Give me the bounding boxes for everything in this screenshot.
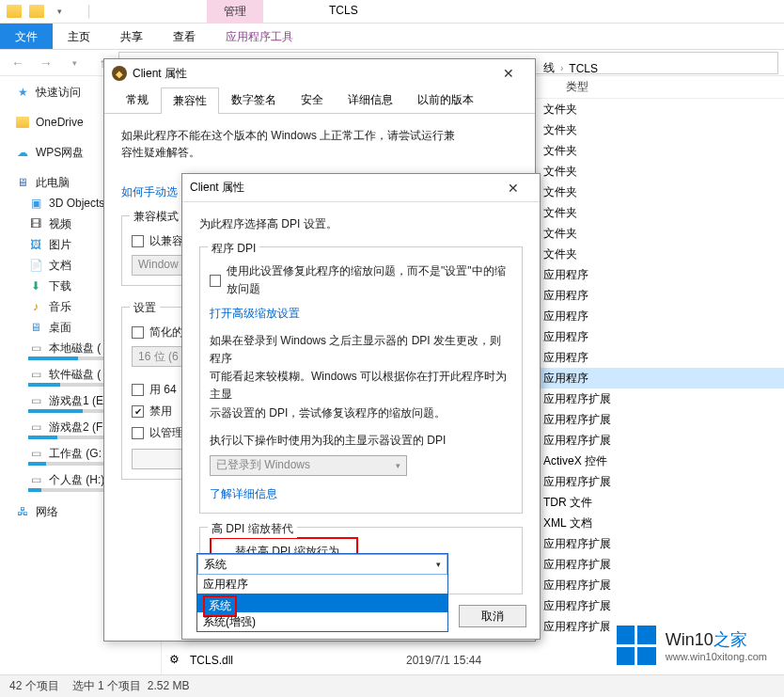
file-size: 236 KB [763, 351, 784, 364]
file-type: 应用程序扩展 [543, 391, 611, 407]
tab-compat[interactable]: 兼容性 [161, 87, 219, 114]
watermark: Win10之家 www.win10xitong.com [609, 622, 775, 669]
file-size: 536 KB [763, 268, 784, 281]
tab-details[interactable]: 详细信息 [336, 87, 405, 113]
cloud-icon [15, 115, 30, 130]
tab-home[interactable]: 主页 [53, 24, 105, 49]
admin-checkbox[interactable] [132, 427, 144, 439]
file-size: 1,021 KB [763, 413, 784, 426]
file-type: 应用程序 [543, 309, 588, 325]
file-name: TCLS.dll [190, 654, 233, 667]
tab-security[interactable]: 安全 [289, 87, 336, 113]
breadcrumb-tail[interactable]: 线› TCLS [543, 60, 598, 76]
file-size: 1,652 KB [763, 434, 784, 447]
dropdown-selected[interactable]: 系统▾ [197, 554, 447, 575]
file-type: 应用程序 [543, 329, 588, 345]
desktop-icon: 🖥 [28, 320, 43, 335]
file-size: 800 KB [763, 309, 784, 323]
tab-view[interactable]: 查看 [158, 24, 211, 49]
file-type: 应用程序扩展 [543, 619, 611, 635]
tab-general[interactable]: 常规 [114, 87, 161, 113]
file-size: 10 KB [763, 496, 784, 509]
dialog-titlebar[interactable]: Client 属性 ✕ [182, 174, 540, 202]
ribbon-tabs: 文件 主页 共享 查看 应用程序工具 [0, 24, 784, 50]
cancel-button[interactable]: 取消 [459, 605, 526, 627]
file-type: XML 文档 [543, 515, 592, 531]
windows-logo-icon [617, 626, 656, 665]
program-dpi-group: 程序 DPI 使用此设置修复此程序的缩放问题，而不是"设置"中的缩放问题 打开高… [199, 246, 523, 514]
forward-button[interactable]: → [34, 52, 58, 74]
status-bar: 42 个项目 选中 1 个项目 2.52 MB [0, 674, 784, 697]
star-icon: ★ [15, 85, 30, 100]
file-size: 637 KB [763, 558, 784, 571]
video-icon: 🎞 [28, 216, 43, 231]
file-type: 文件夹 [543, 246, 577, 262]
disable-checkbox[interactable]: ✔ [132, 405, 144, 418]
login-select[interactable]: 已登录到 Windows▾ [210, 455, 407, 476]
file-type: 应用程序 [543, 350, 588, 366]
file-type: ActiveX 控件 [543, 453, 607, 469]
dialog-title: Client 属性 [190, 180, 244, 196]
file-type: 应用程序扩展 [543, 557, 611, 573]
drive-icon: ▭ [28, 446, 43, 461]
tab-prev[interactable]: 以前的版本 [405, 87, 486, 113]
learn-more-link[interactable]: 了解详细信息 [210, 487, 277, 500]
file-type: 文件夹 [543, 122, 577, 138]
folder-icon[interactable] [26, 1, 47, 22]
simple-checkbox[interactable] [132, 326, 144, 339]
dropdown-icon[interactable]: ▾ [49, 1, 70, 22]
dialog-titlebar[interactable]: ◆ Client 属性 ✕ [104, 59, 535, 87]
file-size: 1 KB [763, 516, 784, 530]
file-type: 应用程序扩展 [543, 433, 611, 449]
drive-icon: ▭ [28, 420, 43, 435]
file-type: 文件夹 [543, 164, 577, 180]
adv-scaling-link[interactable]: 打开高级缩放设置 [210, 307, 300, 320]
tab-share[interactable]: 共享 [105, 24, 158, 49]
divider-icon: │ [79, 1, 100, 22]
tab-sig[interactable]: 数字签名 [219, 87, 289, 113]
dropdown-option-app[interactable]: 应用程序 [197, 575, 447, 594]
close-button[interactable]: ✕ [494, 181, 532, 196]
manual-link[interactable]: 如何手动选 [121, 185, 178, 198]
dropdown-option-system[interactable]: 系统 [197, 594, 447, 612]
file-type: 应用程序 [543, 371, 588, 387]
file-type: 应用程序 [543, 267, 588, 283]
tab-file[interactable]: 文件 [0, 24, 53, 49]
tab-apptools[interactable]: 应用程序工具 [211, 24, 308, 49]
file-size: 208 KB [763, 475, 784, 488]
cube-icon: ▣ [28, 196, 43, 211]
file-type: 文件夹 [543, 226, 577, 242]
network-icon: 🖧 [15, 504, 30, 519]
dropdown-option-enhanced[interactable]: 系统(增强) [197, 612, 447, 631]
item-count: 42 个项目 [9, 678, 59, 694]
file-type: 应用程序 [543, 288, 588, 304]
dialog-tabs: 常规 兼容性 数字签名 安全 详细信息 以前的版本 [104, 87, 535, 114]
file-size: 274 KB [763, 330, 784, 343]
compat-checkbox[interactable] [132, 235, 144, 247]
file-size: 35,665 KB [763, 392, 784, 405]
cloud-icon: ☁ [15, 145, 30, 160]
window-title: TCLS [329, 4, 358, 17]
header-type[interactable]: 类型 [557, 79, 588, 95]
back-button[interactable]: ← [6, 52, 30, 74]
folder-icon[interactable] [4, 1, 24, 22]
close-button[interactable]: ✕ [490, 66, 527, 81]
dpi-heading: 为此程序选择高 DPI 设置。 [199, 215, 523, 233]
file-date: 2019/7/1 15:44 [406, 654, 481, 667]
chevron-down-icon: ▾ [396, 459, 400, 472]
file-size: 1,496 KB [763, 599, 784, 612]
file-type: 文件夹 [543, 184, 577, 200]
compat-intro: 如果此程序不能在这个版本的 Windows 上正常工作，请尝试运行兼容性疑难解答… [121, 127, 518, 161]
file-size: 2,582 KB [763, 372, 784, 385]
history-dropdown[interactable]: ▾ [62, 52, 86, 74]
file-size: 359 KB [763, 289, 784, 302]
dpi-explain: 如果在登录到 Windows 之后主显示器的 DPI 发生更改，则程序 可能看起… [210, 332, 512, 422]
doc-icon: 📄 [28, 258, 43, 273]
scaling-dropdown[interactable]: 系统▾ 应用程序 系统 系统(增强) [196, 553, 448, 632]
dialog-title: Client 属性 [133, 66, 187, 82]
music-icon: ♪ [28, 299, 43, 314]
64-checkbox[interactable] [132, 384, 144, 396]
fix-checkbox[interactable] [210, 275, 221, 287]
contextual-tab-manage[interactable]: 管理 [207, 0, 263, 24]
chevron-down-icon: ▾ [436, 560, 441, 569]
